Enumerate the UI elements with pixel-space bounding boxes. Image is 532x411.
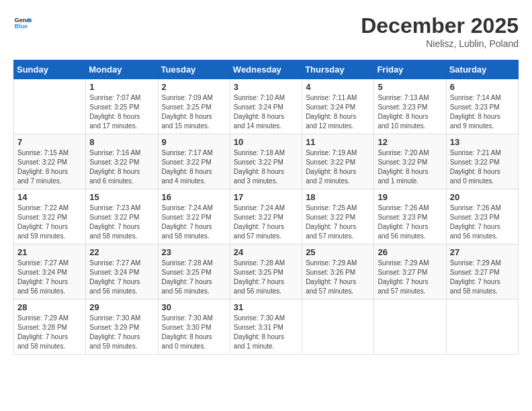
calendar-cell: 20Sunrise: 7:26 AM Sunset: 3:23 PM Dayli… bbox=[446, 189, 518, 244]
day-number: 31 bbox=[234, 302, 298, 312]
calendar-cell: 14Sunrise: 7:22 AM Sunset: 3:22 PM Dayli… bbox=[14, 189, 86, 244]
calendar-cell: 1Sunrise: 7:07 AM Sunset: 3:25 PM Daylig… bbox=[86, 79, 158, 134]
day-info: Sunrise: 7:16 AM Sunset: 3:22 PM Dayligh… bbox=[89, 148, 154, 186]
day-number: 2 bbox=[162, 82, 226, 92]
day-number: 8 bbox=[89, 137, 154, 147]
weekday-monday: Monday bbox=[86, 60, 158, 79]
day-number: 23 bbox=[162, 247, 226, 257]
calendar-cell: 22Sunrise: 7:27 AM Sunset: 3:24 PM Dayli… bbox=[86, 244, 158, 300]
logo-icon: General Blue bbox=[13, 13, 32, 32]
weekday-thursday: Thursday bbox=[302, 60, 374, 79]
day-info: Sunrise: 7:19 AM Sunset: 3:22 PM Dayligh… bbox=[306, 148, 370, 186]
day-number: 14 bbox=[17, 192, 82, 202]
day-info: Sunrise: 7:30 AM Sunset: 3:30 PM Dayligh… bbox=[162, 314, 226, 351]
calendar-cell: 10Sunrise: 7:18 AM Sunset: 3:22 PM Dayli… bbox=[230, 134, 302, 189]
day-info: Sunrise: 7:24 AM Sunset: 3:22 PM Dayligh… bbox=[162, 203, 226, 241]
weekday-wednesday: Wednesday bbox=[230, 60, 302, 79]
calendar-week-4: 21Sunrise: 7:27 AM Sunset: 3:24 PM Dayli… bbox=[14, 244, 519, 300]
calendar-week-1: 1Sunrise: 7:07 AM Sunset: 3:25 PM Daylig… bbox=[14, 79, 519, 134]
calendar-cell: 29Sunrise: 7:30 AM Sunset: 3:29 PM Dayli… bbox=[86, 300, 158, 355]
day-number: 10 bbox=[234, 137, 298, 147]
calendar-cell: 18Sunrise: 7:25 AM Sunset: 3:22 PM Dayli… bbox=[302, 189, 374, 244]
logo: General Blue bbox=[13, 13, 32, 32]
calendar-cell: 24Sunrise: 7:28 AM Sunset: 3:25 PM Dayli… bbox=[230, 244, 302, 300]
weekday-tuesday: Tuesday bbox=[158, 60, 230, 79]
day-info: Sunrise: 7:29 AM Sunset: 3:26 PM Dayligh… bbox=[306, 259, 370, 296]
day-number: 5 bbox=[378, 82, 442, 92]
calendar-cell: 21Sunrise: 7:27 AM Sunset: 3:24 PM Dayli… bbox=[14, 244, 86, 300]
day-info: Sunrise: 7:22 AM Sunset: 3:22 PM Dayligh… bbox=[17, 203, 82, 241]
calendar-cell: 5Sunrise: 7:13 AM Sunset: 3:23 PM Daylig… bbox=[374, 79, 446, 134]
calendar-cell: 13Sunrise: 7:21 AM Sunset: 3:22 PM Dayli… bbox=[446, 134, 518, 189]
day-number: 29 bbox=[89, 302, 154, 312]
day-number: 6 bbox=[450, 82, 515, 92]
day-info: Sunrise: 7:17 AM Sunset: 3:22 PM Dayligh… bbox=[162, 148, 226, 186]
calendar-week-5: 28Sunrise: 7:29 AM Sunset: 3:28 PM Dayli… bbox=[14, 300, 519, 355]
day-info: Sunrise: 7:29 AM Sunset: 3:27 PM Dayligh… bbox=[378, 259, 442, 296]
day-info: Sunrise: 7:27 AM Sunset: 3:24 PM Dayligh… bbox=[17, 259, 82, 296]
day-number: 26 bbox=[378, 247, 442, 257]
day-number: 24 bbox=[234, 247, 298, 257]
calendar-cell: 31Sunrise: 7:30 AM Sunset: 3:31 PM Dayli… bbox=[230, 300, 302, 355]
calendar-cell: 11Sunrise: 7:19 AM Sunset: 3:22 PM Dayli… bbox=[302, 134, 374, 189]
calendar-cell bbox=[446, 300, 518, 355]
day-number: 21 bbox=[17, 247, 82, 257]
day-number: 30 bbox=[162, 302, 226, 312]
weekday-friday: Friday bbox=[374, 60, 446, 79]
day-number: 9 bbox=[162, 137, 226, 147]
day-number: 17 bbox=[234, 192, 298, 202]
calendar-cell bbox=[14, 79, 86, 134]
day-info: Sunrise: 7:07 AM Sunset: 3:25 PM Dayligh… bbox=[89, 93, 154, 131]
calendar-cell: 7Sunrise: 7:15 AM Sunset: 3:22 PM Daylig… bbox=[14, 134, 86, 189]
calendar-cell: 27Sunrise: 7:29 AM Sunset: 3:27 PM Dayli… bbox=[446, 244, 518, 300]
day-info: Sunrise: 7:29 AM Sunset: 3:27 PM Dayligh… bbox=[450, 259, 515, 296]
calendar-cell: 2Sunrise: 7:09 AM Sunset: 3:25 PM Daylig… bbox=[158, 79, 230, 134]
day-number: 7 bbox=[17, 137, 82, 147]
day-number: 27 bbox=[450, 247, 515, 257]
title-block: December 2025 Nielisz, Lublin, Poland bbox=[361, 13, 519, 49]
day-info: Sunrise: 7:26 AM Sunset: 3:23 PM Dayligh… bbox=[378, 203, 442, 241]
calendar-body: 1Sunrise: 7:07 AM Sunset: 3:25 PM Daylig… bbox=[14, 79, 519, 355]
calendar-cell: 9Sunrise: 7:17 AM Sunset: 3:22 PM Daylig… bbox=[158, 134, 230, 189]
day-number: 18 bbox=[306, 192, 370, 202]
day-number: 12 bbox=[378, 137, 442, 147]
calendar-cell bbox=[302, 300, 374, 355]
day-info: Sunrise: 7:24 AM Sunset: 3:22 PM Dayligh… bbox=[234, 203, 298, 241]
day-number: 3 bbox=[234, 82, 298, 92]
calendar-cell: 16Sunrise: 7:24 AM Sunset: 3:22 PM Dayli… bbox=[158, 189, 230, 244]
day-number: 22 bbox=[89, 247, 154, 257]
calendar-cell: 25Sunrise: 7:29 AM Sunset: 3:26 PM Dayli… bbox=[302, 244, 374, 300]
day-info: Sunrise: 7:28 AM Sunset: 3:25 PM Dayligh… bbox=[162, 259, 226, 296]
day-number: 28 bbox=[17, 302, 82, 312]
calendar-cell: 4Sunrise: 7:11 AM Sunset: 3:24 PM Daylig… bbox=[302, 79, 374, 134]
day-number: 13 bbox=[450, 137, 515, 147]
page-header: General Blue December 2025 Nielisz, Lubl… bbox=[13, 13, 519, 49]
calendar-cell bbox=[374, 300, 446, 355]
month-title: December 2025 bbox=[361, 13, 519, 38]
day-info: Sunrise: 7:10 AM Sunset: 3:24 PM Dayligh… bbox=[234, 93, 298, 131]
calendar-cell: 30Sunrise: 7:30 AM Sunset: 3:30 PM Dayli… bbox=[158, 300, 230, 355]
day-info: Sunrise: 7:14 AM Sunset: 3:23 PM Dayligh… bbox=[450, 93, 515, 131]
day-info: Sunrise: 7:13 AM Sunset: 3:23 PM Dayligh… bbox=[378, 93, 442, 131]
day-info: Sunrise: 7:26 AM Sunset: 3:23 PM Dayligh… bbox=[450, 203, 515, 241]
day-info: Sunrise: 7:28 AM Sunset: 3:25 PM Dayligh… bbox=[234, 259, 298, 296]
calendar-cell: 8Sunrise: 7:16 AM Sunset: 3:22 PM Daylig… bbox=[86, 134, 158, 189]
calendar-table: SundayMondayTuesdayWednesdayThursdayFrid… bbox=[13, 60, 519, 355]
calendar-week-2: 7Sunrise: 7:15 AM Sunset: 3:22 PM Daylig… bbox=[14, 134, 519, 189]
day-info: Sunrise: 7:11 AM Sunset: 3:24 PM Dayligh… bbox=[306, 93, 370, 131]
day-number: 25 bbox=[306, 247, 370, 257]
day-info: Sunrise: 7:29 AM Sunset: 3:28 PM Dayligh… bbox=[17, 314, 82, 351]
day-number: 15 bbox=[89, 192, 154, 202]
day-info: Sunrise: 7:27 AM Sunset: 3:24 PM Dayligh… bbox=[89, 259, 154, 296]
calendar-cell: 6Sunrise: 7:14 AM Sunset: 3:23 PM Daylig… bbox=[446, 79, 518, 134]
weekday-header-row: SundayMondayTuesdayWednesdayThursdayFrid… bbox=[14, 60, 519, 79]
day-number: 16 bbox=[162, 192, 226, 202]
calendar-cell: 19Sunrise: 7:26 AM Sunset: 3:23 PM Dayli… bbox=[374, 189, 446, 244]
day-number: 11 bbox=[306, 137, 370, 147]
svg-text:Blue: Blue bbox=[14, 23, 28, 30]
day-info: Sunrise: 7:30 AM Sunset: 3:31 PM Dayligh… bbox=[234, 314, 298, 351]
day-info: Sunrise: 7:21 AM Sunset: 3:22 PM Dayligh… bbox=[450, 148, 515, 186]
day-info: Sunrise: 7:20 AM Sunset: 3:22 PM Dayligh… bbox=[378, 148, 442, 186]
day-number: 1 bbox=[89, 82, 154, 92]
day-number: 20 bbox=[450, 192, 515, 202]
